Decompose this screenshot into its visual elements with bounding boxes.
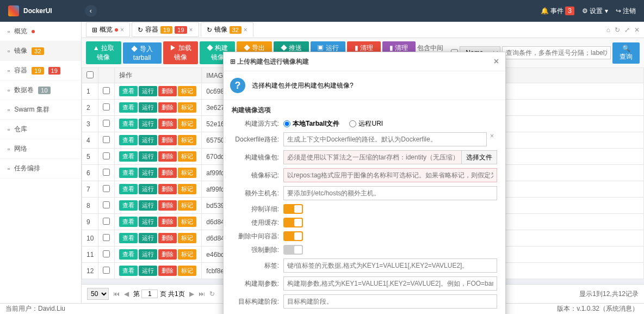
- dockerfile-input[interactable]: [283, 132, 487, 146]
- logout-link[interactable]: ↪ 注销: [616, 7, 636, 16]
- tag-button[interactable]: 标记: [178, 102, 196, 113]
- run-button[interactable]: 运行: [139, 135, 157, 145]
- view-button[interactable]: 查看: [119, 168, 138, 178]
- events-link[interactable]: 🔔 事件 3: [541, 7, 574, 16]
- run-button[interactable]: 运行: [139, 233, 157, 243]
- tag-button[interactable]: 标记: [178, 86, 196, 96]
- row-check[interactable]: [103, 87, 110, 94]
- del-button[interactable]: 删除: [158, 217, 177, 227]
- run-button[interactable]: 运行: [139, 200, 157, 211]
- view-button[interactable]: 查看: [119, 233, 138, 243]
- choose-file-button[interactable]: 选择文件: [461, 150, 497, 164]
- suppress-switch[interactable]: [283, 204, 303, 214]
- run-button[interactable]: 运行: [139, 266, 157, 276]
- run-button[interactable]: 运行: [139, 119, 157, 129]
- view-button[interactable]: 查看: [119, 217, 138, 227]
- tab-容器[interactable]: ↻容器1919×: [132, 22, 199, 37]
- select-all[interactable]: [86, 71, 94, 78]
- run-button[interactable]: 运行: [139, 86, 157, 96]
- tab-expand-icon[interactable]: ⤢: [624, 26, 630, 34]
- row-check[interactable]: [103, 120, 110, 127]
- view-button[interactable]: 查看: [119, 184, 138, 194]
- view-button[interactable]: 查看: [119, 151, 138, 162]
- clear-icon[interactable]: ×: [487, 132, 497, 146]
- tag-button[interactable]: 标记: [178, 135, 196, 145]
- del-button[interactable]: 删除: [158, 102, 177, 113]
- del-button[interactable]: 删除: [158, 151, 177, 162]
- row-check[interactable]: [103, 250, 110, 257]
- tag-button[interactable]: 标记: [178, 217, 196, 227]
- search-input[interactable]: [502, 46, 611, 59]
- cache-switch[interactable]: [283, 218, 303, 227]
- row-check[interactable]: [103, 103, 110, 110]
- run-button[interactable]: 运行: [139, 217, 157, 227]
- view-button[interactable]: 查看: [119, 249, 138, 260]
- run-button[interactable]: 运行: [139, 151, 157, 162]
- sidebar-item-container[interactable]: ▫容器1919: [0, 61, 81, 81]
- tab-home-icon[interactable]: ⌂: [606, 26, 610, 34]
- run-button[interactable]: 运行: [139, 168, 157, 178]
- tab-close-icon[interactable]: ✕: [634, 26, 640, 34]
- del-button[interactable]: 删除: [158, 184, 177, 194]
- row-check[interactable]: [103, 234, 110, 241]
- tab-概览[interactable]: ⊞概览×: [86, 22, 130, 37]
- sidebar-item-repo[interactable]: ▫仓库: [0, 120, 81, 139]
- search-button[interactable]: 🔍 查询: [612, 42, 640, 64]
- labels-input[interactable]: [283, 258, 497, 273]
- tag-button[interactable]: 标记: [178, 184, 196, 194]
- row-check[interactable]: [103, 201, 110, 208]
- tag-button[interactable]: 标记: [178, 249, 196, 260]
- tag-button[interactable]: 标记: [178, 266, 196, 276]
- sidebar-item-dashboard[interactable]: ▫概览: [0, 22, 81, 41]
- pager-prev[interactable]: ◀: [124, 290, 129, 298]
- toolbar-btn[interactable]: ▲ 拉取镜像: [86, 41, 121, 64]
- row-check[interactable]: [103, 267, 110, 274]
- tag-button[interactable]: 标记: [178, 151, 196, 162]
- pager-refresh[interactable]: ↻: [209, 290, 215, 298]
- tab-close-icon[interactable]: ×: [120, 26, 124, 34]
- pager-last[interactable]: ⏭: [199, 290, 205, 298]
- sidebar-item-volume[interactable]: ▫数据卷10: [0, 81, 81, 100]
- view-button[interactable]: 查看: [119, 135, 138, 145]
- page-input[interactable]: [141, 290, 158, 298]
- del-button[interactable]: 删除: [158, 249, 177, 260]
- rm-switch[interactable]: [283, 231, 303, 241]
- sidebar-item-task[interactable]: ▫任务编排: [0, 159, 81, 178]
- view-button[interactable]: 查看: [119, 266, 138, 276]
- pager-first[interactable]: ⏮: [113, 290, 120, 298]
- view-button[interactable]: 查看: [119, 86, 138, 96]
- tag-button[interactable]: 标记: [178, 233, 196, 243]
- tag-button[interactable]: 标记: [178, 168, 196, 178]
- toolbar-btn[interactable]: ▶ 加载镜像: [163, 41, 199, 64]
- radio-tarball[interactable]: 本地Tarball文件: [283, 119, 339, 128]
- tag-input[interactable]: [283, 168, 497, 182]
- args-input[interactable]: [283, 276, 497, 291]
- row-check[interactable]: [103, 152, 110, 159]
- host-input[interactable]: [283, 186, 497, 200]
- toolbar-btn[interactable]: ◆ 导入tarball: [123, 42, 162, 64]
- sidebar-item-image[interactable]: ▫镜像32: [0, 41, 81, 61]
- row-check[interactable]: [103, 218, 110, 225]
- tag-button[interactable]: 标记: [178, 200, 196, 211]
- force-switch[interactable]: [283, 245, 303, 255]
- del-button[interactable]: 删除: [158, 168, 177, 178]
- tab-close-icon[interactable]: ×: [244, 26, 247, 34]
- del-button[interactable]: 删除: [158, 119, 177, 129]
- sidebar-item-network[interactable]: ▫网络: [0, 139, 81, 159]
- pkg-input[interactable]: [283, 150, 462, 164]
- del-button[interactable]: 删除: [158, 135, 177, 145]
- stage-input[interactable]: [283, 294, 497, 309]
- modal-close[interactable]: ×: [494, 57, 499, 66]
- pager-next[interactable]: ▶: [189, 290, 194, 298]
- tab-镜像[interactable]: ↻镜像32×: [201, 22, 253, 37]
- tab-refresh-icon[interactable]: ↻: [615, 26, 620, 34]
- del-button[interactable]: 删除: [158, 86, 177, 96]
- row-check[interactable]: [103, 169, 110, 176]
- settings-link[interactable]: ⚙ 设置 ▾: [582, 7, 608, 16]
- run-button[interactable]: 运行: [139, 249, 157, 260]
- row-check[interactable]: [103, 185, 110, 192]
- row-check[interactable]: [103, 136, 110, 143]
- tag-button[interactable]: 标记: [178, 119, 196, 129]
- view-button[interactable]: 查看: [119, 200, 138, 211]
- tab-close-icon[interactable]: ×: [189, 26, 193, 34]
